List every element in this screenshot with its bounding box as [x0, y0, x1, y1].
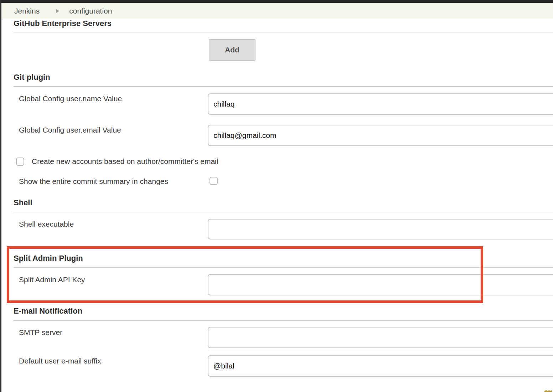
- label-split-admin-api-key: Split Admin API Key: [19, 275, 85, 284]
- label-global-config-useremail: Global Config user.email Value: [19, 126, 121, 134]
- cutoff-gold-icon: [544, 390, 552, 392]
- label-default-email-suffix: Default user e-mail suffix: [19, 357, 101, 365]
- section-divider: [14, 267, 553, 268]
- section-divider: [14, 320, 553, 321]
- shell-executable-input[interactable]: [208, 219, 553, 239]
- label-smtp-server: SMTP server: [19, 328, 62, 337]
- breadcrumb: Jenkins configuration: [0, 3, 553, 19]
- window-left-edge: [0, 0, 1, 392]
- add-github-server-button[interactable]: Add: [209, 39, 255, 61]
- section-title-github-enterprise-servers: GitHub Enterprise Servers: [14, 19, 112, 28]
- breadcrumb-configuration[interactable]: configuration: [69, 7, 112, 15]
- label-global-config-username: Global Config user.name Value: [19, 94, 122, 103]
- label-shell-executable: Shell executable: [19, 220, 74, 228]
- show-commit-summary-checkbox[interactable]: [210, 177, 218, 185]
- section-title-git-plugin: Git plugin: [14, 73, 50, 82]
- create-accounts-checkbox[interactable]: [16, 158, 24, 166]
- label-show-commit-summary: Show the entire commit summary in change…: [19, 177, 168, 186]
- chevron-right-icon: [56, 9, 59, 13]
- global-config-useremail-input[interactable]: [208, 125, 553, 146]
- section-title-split-admin-plugin: Split Admin Plugin: [14, 254, 83, 263]
- smtp-server-input[interactable]: [208, 327, 553, 348]
- split-admin-api-key-input[interactable]: [208, 274, 553, 295]
- window-top-edge: [0, 0, 553, 3]
- section-divider: [14, 32, 553, 32]
- section-divider: [14, 86, 553, 87]
- breadcrumb-jenkins[interactable]: Jenkins: [14, 7, 40, 15]
- jenkins-configuration-page: Jenkins configuration GitHub Enterprise …: [0, 0, 553, 392]
- section-title-email-notification: E-mail Notification: [14, 306, 82, 316]
- default-email-suffix-input[interactable]: [208, 355, 553, 377]
- global-config-username-input[interactable]: [208, 93, 553, 115]
- section-divider: [14, 212, 553, 212]
- section-title-shell: Shell: [14, 198, 32, 207]
- label-create-accounts: Create new accounts based on author/comm…: [32, 157, 218, 166]
